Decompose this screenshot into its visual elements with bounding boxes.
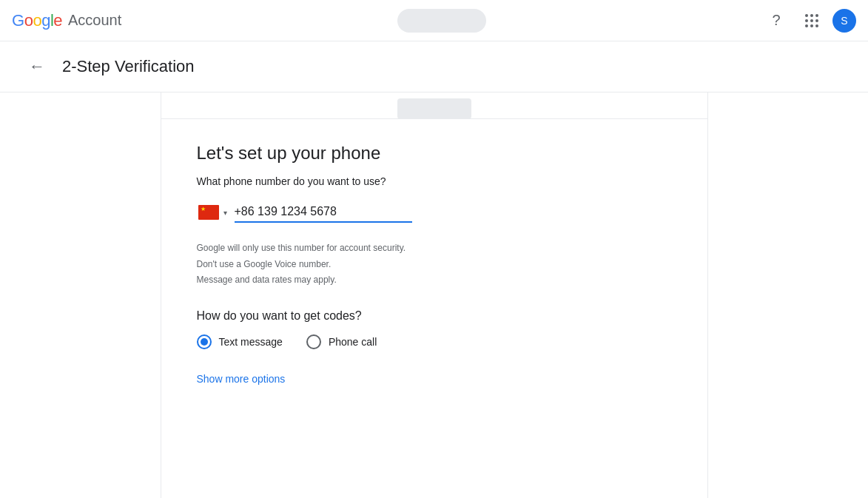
back-button[interactable]: ← [24,53,50,80]
radio-text-message-button[interactable] [197,334,212,349]
radio-text-message-label: Text message [219,336,283,348]
page-title-bar: ← 2-Step Verification [0,41,868,92]
radio-phone-call-label: Phone call [329,336,377,348]
dropdown-arrow-icon: ▾ [223,209,227,217]
radio-text-message-dot [201,338,208,346]
account-label: Account [68,12,121,29]
radio-phone-call-button[interactable] [306,334,321,349]
page-title: 2-Step Verification [62,57,195,76]
form-content: Let's set up your phone What phone numbe… [161,119,707,408]
radio-text-message[interactable]: Text message [197,334,283,349]
radio-group: Text message Phone call [197,334,672,349]
info-text: Google will only use this number for acc… [197,240,672,289]
phone-input-row: ★ ▾ [197,202,672,223]
apps-button[interactable] [797,6,827,36]
info-line-3: Message and data rates may apply. [197,272,672,289]
info-line-2: Don't use a Google Voice number. [197,257,672,273]
header-right: ? S [761,6,856,36]
codes-question: How do you want to get codes? [197,309,672,323]
section-title: Let's set up your phone [197,143,672,164]
google-logo: Google [12,11,62,30]
avatar[interactable]: S [832,9,856,33]
header-center [397,9,486,33]
china-flag-icon: ★ [198,205,219,220]
help-button[interactable]: ? [761,6,791,36]
info-line-1: Google will only use this number for acc… [197,240,672,257]
account-chip[interactable] [397,9,486,33]
progress-area [161,92,707,119]
help-icon: ? [772,12,780,29]
progress-chip [397,98,471,119]
content-panel: Let's set up your phone What phone numbe… [161,92,708,498]
apps-icon [805,14,818,27]
phone-question: What phone number do you want to use? [197,175,672,187]
country-selector-button[interactable]: ★ ▾ [197,202,229,223]
phone-number-input[interactable] [235,202,412,223]
header-left: Google Account [12,11,121,30]
radio-phone-call[interactable]: Phone call [306,334,377,349]
header: Google Account ? S [0,0,868,41]
back-arrow-icon: ← [29,57,45,76]
show-more-options-link[interactable]: Show more options [197,373,286,385]
main-content: Let's set up your phone What phone numbe… [0,92,868,498]
